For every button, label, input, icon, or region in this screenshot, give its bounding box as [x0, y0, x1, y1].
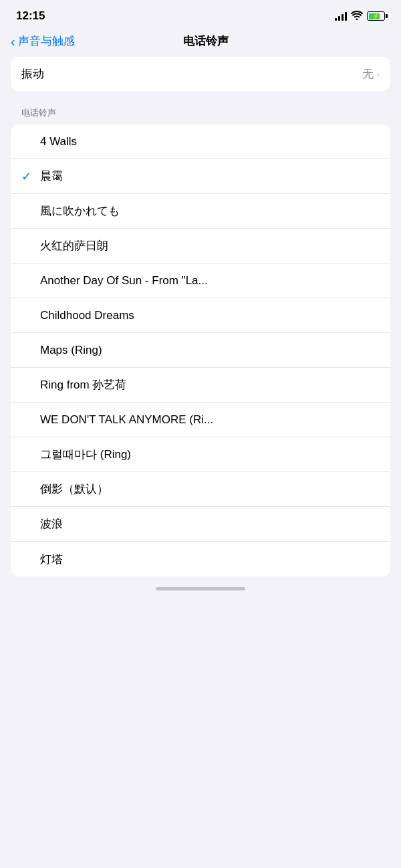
back-label: 声音与触感: [18, 33, 75, 49]
page-title: 电话铃声: [75, 33, 337, 49]
list-item[interactable]: 倒影（默认）: [11, 472, 390, 507]
ringtone-name: 4 Walls: [40, 135, 380, 148]
ringtone-list: 4 Walls✓晨霭風に吹かれても火红的萨日朗Another Day Of Su…: [11, 124, 390, 576]
ringtone-name: Maps (Ring): [40, 344, 380, 357]
ringtone-name: 灯塔: [40, 552, 380, 567]
ringtone-name: Childhood Dreams: [40, 309, 380, 322]
list-item[interactable]: 4 Walls: [11, 124, 390, 159]
vibration-label: 振动: [21, 66, 44, 82]
list-item[interactable]: 灯塔: [11, 542, 390, 576]
vibration-row[interactable]: 振动 无 ›: [11, 57, 390, 91]
vibration-card: 振动 无 ›: [11, 57, 390, 91]
list-item[interactable]: Childhood Dreams: [11, 298, 390, 333]
chevron-left-icon: ‹: [11, 35, 15, 48]
status-icons: ⚡: [335, 11, 385, 22]
wifi-icon: [351, 11, 363, 22]
list-item[interactable]: 風に吹かれても: [11, 194, 390, 229]
checkmark-icon: ✓: [21, 169, 40, 184]
list-item[interactable]: Another Day Of Sun - From "La...: [11, 263, 390, 298]
list-item[interactable]: 그럴때마다 (Ring): [11, 437, 390, 472]
back-button[interactable]: ‹ 声音与触感: [11, 33, 75, 49]
battery-icon: ⚡: [367, 11, 385, 21]
vibration-value: 无 ›: [362, 66, 380, 82]
ringtone-name: 倒影（默认）: [40, 481, 380, 497]
list-item[interactable]: 波浪: [11, 507, 390, 542]
list-item[interactable]: 火红的萨日朗: [11, 229, 390, 263]
chevron-right-icon: ›: [376, 68, 380, 80]
status-bar: 12:15 ⚡: [0, 0, 401, 28]
signal-icon: [335, 11, 347, 21]
vibration-value-text: 无: [362, 66, 374, 82]
ringtone-name: Another Day Of Sun - From "La...: [40, 274, 380, 288]
status-time: 12:15: [16, 9, 45, 23]
ringtone-name: WE DON'T TALK ANYMORE (Ri...: [40, 413, 380, 427]
ringtone-name: Ring from 孙艺荷: [40, 377, 380, 393]
section-label: 电话铃声: [0, 107, 401, 124]
list-item[interactable]: ✓晨霭: [11, 159, 390, 194]
list-item[interactable]: Maps (Ring): [11, 333, 390, 368]
ringtone-name: 晨霭: [40, 169, 380, 184]
list-item[interactable]: WE DON'T TALK ANYMORE (Ri...: [11, 403, 390, 437]
ringtone-name: 그럴때마다 (Ring): [40, 447, 380, 462]
nav-bar: ‹ 声音与触感 电话铃声: [0, 28, 401, 57]
ringtone-name: 火红的萨日朗: [40, 238, 380, 253]
home-bar: [156, 587, 245, 590]
home-indicator: [0, 576, 401, 597]
ringtone-name: 風に吹かれても: [40, 203, 380, 219]
ringtone-name: 波浪: [40, 516, 380, 532]
list-item[interactable]: Ring from 孙艺荷: [11, 368, 390, 403]
